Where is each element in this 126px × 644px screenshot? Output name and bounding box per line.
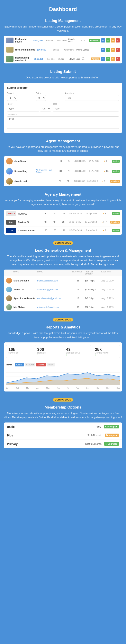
agency-id: US-634-3435 bbox=[69, 229, 84, 232]
agency-date: 7 May 2018 bbox=[86, 229, 101, 232]
view-icon[interactable]: 👁 bbox=[106, 48, 110, 52]
settings-icon[interactable]: ⚙ bbox=[111, 57, 115, 61]
agency-rating: ★147 bbox=[101, 221, 109, 223]
lead-last-visit: Aug 10, 2019 bbox=[101, 306, 120, 308]
view-icon[interactable]: 👁 bbox=[106, 57, 110, 61]
plan-name: Basic bbox=[7, 425, 54, 428]
tags-input[interactable] bbox=[53, 106, 119, 112]
star-icon: ★ bbox=[104, 170, 105, 172]
reports-title: Reports & Analytics bbox=[4, 325, 122, 330]
agency-row: CW Coldwell Barton 30 30 26 US-634-3435 … bbox=[4, 226, 122, 235]
listing-price: $368,500 bbox=[37, 48, 50, 51]
edit-icon[interactable]: ✏ bbox=[101, 57, 105, 61]
rooms-group: Rooms* 0 bbox=[7, 92, 34, 101]
chart-tab-weekly[interactable]: Weekly bbox=[15, 363, 24, 366]
stat-searches-number: 16k bbox=[8, 347, 31, 352]
amenities-input[interactable] bbox=[65, 95, 119, 101]
listing-badge: Pending bbox=[91, 58, 100, 60]
stat-searches: 16k Searches ↑ bbox=[6, 345, 33, 358]
plan-badge[interactable]: Downgrade bbox=[105, 434, 119, 437]
price-input[interactable] bbox=[7, 106, 39, 112]
price-unit-select[interactable]: USD ▾ bbox=[40, 106, 51, 112]
listing-management-card: Residential house $400,000 For sale Town… bbox=[4, 36, 122, 64]
chart-tab-yearly[interactable]: Yearly bbox=[47, 363, 55, 366]
agency-name: Daviery St bbox=[18, 221, 40, 223]
settings-icon[interactable]: ⚙ bbox=[111, 38, 115, 42]
plan-row: Plus $4.99/month Downgrade bbox=[4, 431, 122, 440]
listing-actions: Published ✏ 👁 ⚙ ✕ bbox=[89, 38, 120, 42]
agency-name: RE/MAX bbox=[18, 212, 41, 215]
agent-agency-link[interactable]: All American Real Estate bbox=[36, 169, 56, 174]
membership-section: COMING SOON Membership Options Monetize … bbox=[4, 398, 122, 448]
lead-budget: $30 / night bbox=[85, 280, 100, 282]
agent-management-card: Joan Shaw 40 28 US-834-3425 04-25-2019 ★… bbox=[4, 156, 122, 186]
stat-sold-label: Listings sold bbox=[66, 352, 89, 354]
listing-thumbnail bbox=[6, 38, 13, 43]
listing-thumbnail bbox=[6, 47, 13, 52]
agency-rating: ★3 bbox=[103, 212, 110, 215]
description-group: Description bbox=[7, 114, 119, 130]
view-icon[interactable]: 👁 bbox=[106, 38, 110, 42]
star-icon: ★ bbox=[101, 221, 103, 223]
agent-date: 04-25-2019 bbox=[89, 160, 102, 162]
edit-icon[interactable]: ✏ bbox=[101, 48, 105, 52]
stat-sold: 43 Listings sold ↑ bbox=[64, 345, 91, 358]
chart-tab-monthly[interactable]: Monthly bbox=[36, 363, 46, 366]
agency-id: US-634-3435 bbox=[69, 212, 84, 215]
listing-submit-section: Listing Submit Give users the power to a… bbox=[4, 70, 122, 133]
stat-views: 25k Listing views ↑ bbox=[93, 345, 120, 358]
trends-chart bbox=[6, 368, 120, 385]
listing-agent: Claudia Griffit bbox=[68, 38, 79, 43]
agency-logo: RE/MAX bbox=[6, 211, 16, 216]
listing-management-title: Listing Management bbox=[4, 19, 122, 23]
edit-icon[interactable]: ✏ bbox=[101, 38, 105, 42]
delete-icon[interactable]: ✕ bbox=[116, 38, 120, 42]
plan-badge[interactable]: ✓ Upgraded bbox=[104, 442, 119, 446]
lead-row: Maria Delaune marilaude@gmail.com 26 $30… bbox=[4, 276, 122, 285]
listing-thumbnail bbox=[6, 56, 13, 62]
plan-price: $4.99/month bbox=[55, 434, 102, 437]
agent-row: Steven Sing All American Real Estate 30 … bbox=[4, 166, 122, 176]
plan-row: Primary $19.99/month ✓ Upgraded bbox=[4, 440, 122, 448]
lead-generation-title: Lead Generation & Management bbox=[4, 248, 122, 253]
listing-name: Nice and big home bbox=[15, 48, 35, 51]
price-label: Price* bbox=[7, 103, 51, 105]
lead-budget: $30 / night bbox=[85, 306, 100, 308]
agency-name: Coldwell Barton bbox=[18, 229, 41, 232]
description-input[interactable] bbox=[7, 116, 119, 129]
lead-generation-card: Name Email Searches Highest Budget Last … bbox=[4, 270, 122, 312]
chart-tab-featured[interactable]: Featured bbox=[25, 363, 35, 366]
agent-id: US-834-3456 bbox=[73, 180, 86, 182]
listing-actions: ✏ 👁 ⚙ ✕ bbox=[101, 48, 120, 52]
lead-searches: 18 bbox=[72, 288, 83, 291]
listing-nums: 44 / 444 bbox=[82, 57, 89, 61]
agency-logo: Gray bbox=[6, 220, 16, 224]
plan-price: $19.99/month bbox=[54, 442, 101, 446]
stat-views-label: Listing views bbox=[95, 352, 118, 354]
agent-avatar bbox=[6, 168, 13, 174]
tags-group: Tags bbox=[53, 103, 119, 112]
listing-nums: 5 / 4 bbox=[81, 40, 87, 42]
delete-icon[interactable]: ✕ bbox=[116, 48, 120, 52]
agency-agents: 48 bbox=[42, 221, 49, 223]
listing-status: For sale bbox=[52, 49, 63, 51]
lead-generation-section: COMING SOON Lead Generation & Management… bbox=[4, 241, 122, 312]
lead-name: Aaron Liz bbox=[13, 288, 36, 291]
agent-badge: Active bbox=[112, 170, 120, 173]
agency-listings: 26 bbox=[60, 229, 68, 232]
stat-listings-number: 300 bbox=[37, 347, 60, 352]
amenities-label: Amenities bbox=[65, 92, 119, 94]
agent-table: Joan Shaw 40 28 US-834-3425 04-25-2019 ★… bbox=[4, 156, 122, 186]
agent-active: 28 bbox=[66, 160, 72, 162]
baths-select[interactable]: 0 bbox=[36, 95, 46, 101]
description-label: Description bbox=[7, 114, 119, 116]
form-row-1: Rooms* 0 Baths 0 Amenities bbox=[7, 92, 119, 101]
plan-badge[interactable]: Current plan bbox=[104, 425, 119, 428]
settings-icon[interactable]: ⚙ bbox=[111, 48, 115, 52]
listing-management-section: Listing Management Easily manage any num… bbox=[4, 19, 122, 64]
agency-date: 24 Apr 2018 bbox=[86, 212, 101, 215]
rooms-select[interactable]: 0 bbox=[7, 95, 17, 101]
listing-agent: Steven Sing bbox=[69, 58, 80, 60]
delete-icon[interactable]: ✕ bbox=[116, 57, 120, 61]
membership-title: Membership Options bbox=[4, 405, 122, 410]
